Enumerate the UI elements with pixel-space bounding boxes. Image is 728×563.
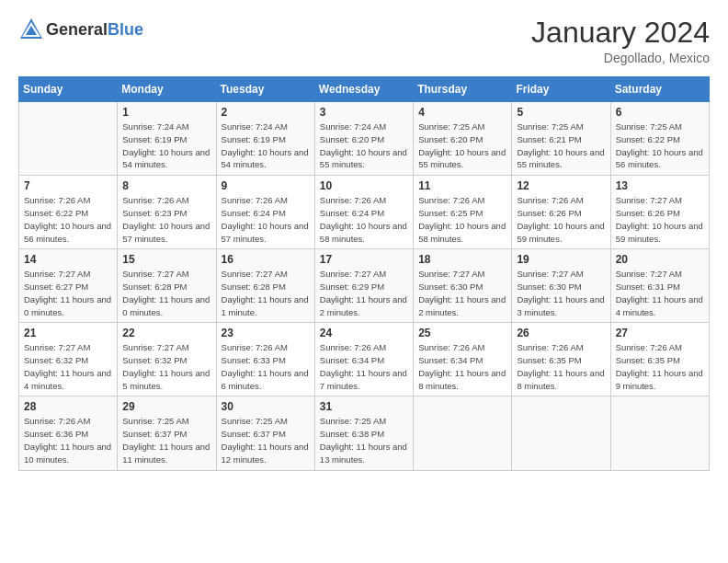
calendar-page: GeneralBlue January 2024 Degollado, Mexi…	[0, 0, 728, 563]
day-info: Sunrise: 7:26 AMSunset: 6:34 PMDaylight:…	[320, 341, 408, 392]
day-number: 22	[122, 327, 210, 339]
calendar-cell: 22Sunrise: 7:27 AMSunset: 6:32 PMDayligh…	[118, 323, 216, 396]
day-number: 17	[320, 253, 408, 266]
calendar-cell: 28Sunrise: 7:26 AMSunset: 6:36 PMDayligh…	[19, 396, 118, 470]
calendar-cell: 30Sunrise: 7:25 AMSunset: 6:37 PMDayligh…	[216, 396, 314, 470]
calendar-cell: 31Sunrise: 7:25 AMSunset: 6:38 PMDayligh…	[314, 396, 413, 470]
location: Degollado, Mexico	[531, 51, 710, 65]
day-number: 6	[616, 106, 704, 119]
day-info: Sunrise: 7:25 AMSunset: 6:20 PMDaylight:…	[418, 121, 506, 171]
calendar-cell: 6Sunrise: 7:25 AMSunset: 6:22 PMDaylight…	[610, 102, 709, 176]
day-info: Sunrise: 7:26 AMSunset: 6:24 PMDaylight:…	[320, 194, 408, 245]
calendar-cell: 9Sunrise: 7:26 AMSunset: 6:24 PMDaylight…	[216, 176, 314, 249]
calendar-cell: 10Sunrise: 7:26 AMSunset: 6:24 PMDayligh…	[314, 176, 413, 249]
day-number: 14	[24, 253, 112, 266]
logo-text-blue: Blue	[108, 20, 143, 39]
weekday-header-saturday: Saturday	[610, 77, 709, 102]
calendar-cell: 21Sunrise: 7:27 AMSunset: 6:32 PMDayligh…	[19, 323, 118, 396]
day-number: 8	[122, 179, 210, 192]
day-info: Sunrise: 7:25 AMSunset: 6:21 PMDaylight:…	[517, 121, 605, 171]
day-number: 15	[122, 253, 210, 266]
day-number: 3	[320, 106, 408, 119]
day-info: Sunrise: 7:27 AMSunset: 6:31 PMDaylight:…	[616, 268, 704, 318]
day-number: 30	[222, 400, 310, 413]
day-number: 21	[24, 327, 112, 339]
logo-icon	[18, 17, 44, 42]
day-number: 2	[222, 106, 310, 119]
calendar-cell: 12Sunrise: 7:26 AMSunset: 6:26 PMDayligh…	[512, 176, 610, 249]
calendar-cell: 13Sunrise: 7:27 AMSunset: 6:26 PMDayligh…	[610, 176, 709, 249]
day-number: 16	[222, 253, 310, 266]
calendar-cell	[512, 396, 610, 470]
day-info: Sunrise: 7:24 AMSunset: 6:20 PMDaylight:…	[320, 121, 408, 171]
calendar-cell: 14Sunrise: 7:27 AMSunset: 6:27 PMDayligh…	[19, 249, 118, 323]
weekday-header-tuesday: Tuesday	[216, 77, 314, 102]
calendar-cell: 29Sunrise: 7:25 AMSunset: 6:37 PMDayligh…	[118, 396, 216, 470]
calendar-cell: 11Sunrise: 7:26 AMSunset: 6:25 PMDayligh…	[414, 176, 512, 249]
calendar-cell: 27Sunrise: 7:26 AMSunset: 6:35 PMDayligh…	[610, 323, 709, 396]
day-info: Sunrise: 7:25 AMSunset: 6:22 PMDaylight:…	[616, 121, 704, 171]
day-number: 20	[616, 253, 704, 266]
calendar-cell: 8Sunrise: 7:26 AMSunset: 6:23 PMDaylight…	[118, 176, 216, 249]
day-number: 13	[616, 179, 704, 192]
calendar-cell	[414, 396, 512, 470]
day-info: Sunrise: 7:27 AMSunset: 6:27 PMDaylight:…	[24, 268, 112, 318]
calendar-cell: 3Sunrise: 7:24 AMSunset: 6:20 PMDaylight…	[314, 102, 413, 176]
day-number: 11	[418, 179, 506, 192]
day-number: 12	[517, 179, 605, 192]
day-info: Sunrise: 7:27 AMSunset: 6:32 PMDaylight:…	[24, 341, 112, 392]
day-number: 29	[122, 400, 210, 413]
day-info: Sunrise: 7:27 AMSunset: 6:30 PMDaylight:…	[517, 268, 605, 318]
day-number: 26	[517, 327, 605, 339]
weekday-header-thursday: Thursday	[414, 77, 512, 102]
day-number: 25	[418, 327, 506, 339]
day-number: 19	[517, 253, 605, 266]
calendar-cell: 7Sunrise: 7:26 AMSunset: 6:22 PMDaylight…	[19, 176, 118, 249]
calendar-cell: 5Sunrise: 7:25 AMSunset: 6:21 PMDaylight…	[512, 102, 610, 176]
calendar-cell: 23Sunrise: 7:26 AMSunset: 6:33 PMDayligh…	[216, 323, 314, 396]
weekday-header-row: SundayMondayTuesdayWednesdayThursdayFrid…	[19, 77, 710, 102]
day-info: Sunrise: 7:27 AMSunset: 6:29 PMDaylight:…	[320, 268, 408, 318]
day-number: 1	[122, 106, 210, 119]
day-number: 10	[320, 179, 408, 192]
day-number: 24	[320, 327, 408, 339]
day-info: Sunrise: 7:27 AMSunset: 6:26 PMDaylight:…	[616, 194, 704, 245]
calendar-week-2: 7Sunrise: 7:26 AMSunset: 6:22 PMDaylight…	[19, 176, 710, 249]
calendar-cell: 18Sunrise: 7:27 AMSunset: 6:30 PMDayligh…	[414, 249, 512, 323]
day-number: 5	[517, 106, 605, 119]
calendar-header: SundayMondayTuesdayWednesdayThursdayFrid…	[19, 77, 710, 102]
day-number: 28	[24, 400, 112, 413]
day-info: Sunrise: 7:26 AMSunset: 6:26 PMDaylight:…	[517, 194, 605, 245]
day-number: 31	[320, 400, 408, 413]
weekday-header-monday: Monday	[118, 77, 216, 102]
calendar-cell: 16Sunrise: 7:27 AMSunset: 6:28 PMDayligh…	[216, 249, 314, 323]
weekday-header-wednesday: Wednesday	[314, 77, 413, 102]
day-info: Sunrise: 7:26 AMSunset: 6:35 PMDaylight:…	[517, 341, 605, 392]
day-info: Sunrise: 7:25 AMSunset: 6:38 PMDaylight:…	[320, 415, 408, 465]
day-info: Sunrise: 7:27 AMSunset: 6:30 PMDaylight:…	[418, 268, 506, 318]
calendar-cell	[610, 396, 709, 470]
day-info: Sunrise: 7:24 AMSunset: 6:19 PMDaylight:…	[222, 121, 310, 171]
day-info: Sunrise: 7:26 AMSunset: 6:22 PMDaylight:…	[24, 194, 112, 245]
calendar-cell	[19, 102, 118, 176]
day-info: Sunrise: 7:24 AMSunset: 6:19 PMDaylight:…	[122, 121, 210, 171]
day-number: 18	[418, 253, 506, 266]
day-number: 7	[24, 179, 112, 192]
day-info: Sunrise: 7:27 AMSunset: 6:32 PMDaylight:…	[122, 341, 210, 392]
calendar-cell: 17Sunrise: 7:27 AMSunset: 6:29 PMDayligh…	[314, 249, 413, 323]
calendar-cell: 26Sunrise: 7:26 AMSunset: 6:35 PMDayligh…	[512, 323, 610, 396]
day-info: Sunrise: 7:27 AMSunset: 6:28 PMDaylight:…	[122, 268, 210, 318]
calendar-week-5: 28Sunrise: 7:26 AMSunset: 6:36 PMDayligh…	[19, 396, 710, 470]
day-info: Sunrise: 7:26 AMSunset: 6:25 PMDaylight:…	[418, 194, 506, 245]
day-number: 23	[222, 327, 310, 339]
weekday-header-sunday: Sunday	[19, 77, 118, 102]
day-info: Sunrise: 7:25 AMSunset: 6:37 PMDaylight:…	[222, 415, 310, 465]
calendar-week-3: 14Sunrise: 7:27 AMSunset: 6:27 PMDayligh…	[19, 249, 710, 323]
calendar-week-4: 21Sunrise: 7:27 AMSunset: 6:32 PMDayligh…	[19, 323, 710, 396]
calendar-cell: 20Sunrise: 7:27 AMSunset: 6:31 PMDayligh…	[610, 249, 709, 323]
calendar-cell: 4Sunrise: 7:25 AMSunset: 6:20 PMDaylight…	[414, 102, 512, 176]
day-info: Sunrise: 7:26 AMSunset: 6:33 PMDaylight:…	[222, 341, 310, 392]
day-info: Sunrise: 7:26 AMSunset: 6:23 PMDaylight:…	[122, 194, 210, 245]
weekday-header-friday: Friday	[512, 77, 610, 102]
calendar-table: SundayMondayTuesdayWednesdayThursdayFrid…	[18, 76, 710, 470]
